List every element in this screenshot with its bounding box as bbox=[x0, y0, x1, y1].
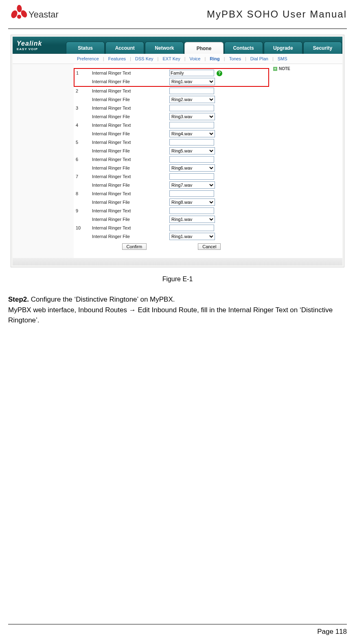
tab-network[interactable]: Network bbox=[145, 42, 184, 54]
subtab-ext-key[interactable]: EXT Key bbox=[159, 56, 183, 61]
ringer-file-select-1[interactable]: Ring1.wav bbox=[169, 78, 215, 85]
subtab-dial-plan[interactable]: Dial Plan bbox=[247, 56, 272, 61]
subtab-ring[interactable]: Ring bbox=[206, 56, 223, 61]
ringer-row-8-file: Internal Ringer FileRing8.wav bbox=[74, 198, 269, 207]
step-label: Step2. bbox=[8, 296, 29, 303]
ringer-text-input-2[interactable] bbox=[169, 88, 214, 94]
confirm-button[interactable]: Confirm bbox=[122, 243, 147, 250]
ringer-text-input-8[interactable] bbox=[169, 190, 214, 197]
label-ringer-file: Internal Ringer File bbox=[90, 77, 168, 86]
subtab-preference[interactable]: Preference bbox=[74, 56, 102, 61]
app-brand-sub: EASY VOIP bbox=[17, 47, 38, 51]
row-number: 2 bbox=[74, 86, 90, 95]
note-box: +NOTE bbox=[273, 66, 342, 71]
step-rest: Configure the ‘Distinctive Ringtone’ on … bbox=[29, 296, 175, 303]
ringer-file-select-9[interactable]: Ring1.wav bbox=[169, 216, 215, 223]
sub-tabs: Preference|Features|DSS Key|EXT Key|Voic… bbox=[13, 54, 342, 64]
label-ringer-text: Internal Ringer Text bbox=[90, 224, 168, 232]
help-icon[interactable]: ? bbox=[217, 71, 222, 76]
tab-phone[interactable]: Phone bbox=[184, 42, 223, 54]
label-ringer-file: Internal Ringer File bbox=[90, 112, 168, 121]
ringer-row-1-text: 1Internal Ringer Text? bbox=[74, 68, 269, 77]
ringer-text-input-6[interactable] bbox=[169, 156, 214, 163]
ringer-row-6-text: 6Internal Ringer Text bbox=[74, 155, 269, 163]
ringer-file-select-5[interactable]: Ring5.wav bbox=[169, 147, 215, 154]
ringer-row-5-file: Internal Ringer FileRing5.wav bbox=[74, 146, 269, 155]
tab-security[interactable]: Security bbox=[303, 42, 342, 54]
ringer-text-input-10[interactable] bbox=[169, 225, 214, 231]
ringer-file-select-7[interactable]: Ring7.wav bbox=[169, 181, 215, 189]
ringer-row-5-text: 5Internal Ringer Text bbox=[74, 138, 269, 146]
app-brand-main: Yealink bbox=[17, 40, 42, 47]
main-tabs: StatusAccountNetworkPhoneContactsUpgrade… bbox=[66, 37, 342, 54]
page-footer: Page 118 bbox=[8, 624, 347, 636]
body-text: Step2. Configure the ‘Distinctive Ringto… bbox=[8, 294, 347, 326]
tab-status[interactable]: Status bbox=[66, 42, 105, 54]
ringer-text-input-5[interactable] bbox=[169, 139, 214, 146]
label-ringer-text: Internal Ringer Text bbox=[90, 190, 168, 198]
ringer-file-select-6[interactable]: Ring6.wav bbox=[169, 164, 215, 172]
label-ringer-file: Internal Ringer File bbox=[90, 95, 168, 104]
ringer-row-4-text: 4Internal Ringer Text bbox=[74, 121, 269, 129]
row-number: 10 bbox=[74, 224, 90, 232]
doc-title: MyPBX SOHO User Manual bbox=[207, 9, 347, 20]
label-ringer-file: Internal Ringer File bbox=[90, 198, 168, 207]
ringer-table: 1Internal Ringer Text?Internal Ringer Fi… bbox=[74, 68, 269, 241]
ringer-file-select-8[interactable]: Ring8.wav bbox=[169, 198, 215, 206]
page-number: Page 118 bbox=[8, 628, 347, 636]
svg-point-0 bbox=[10, 9, 18, 19]
separator: | bbox=[157, 56, 160, 61]
subtab-features[interactable]: Features bbox=[105, 56, 129, 61]
tab-upgrade[interactable]: Upgrade bbox=[264, 42, 302, 54]
ringer-row-10-file: Internal Ringer FileRing1.wav bbox=[74, 232, 269, 241]
ringer-file-select-4[interactable]: Ring4.wav bbox=[169, 130, 215, 137]
brand-logo: Yeastar bbox=[8, 4, 61, 24]
footer-rule bbox=[8, 624, 347, 624]
separator: | bbox=[272, 56, 274, 61]
label-ringer-text: Internal Ringer Text bbox=[90, 138, 168, 146]
tab-account[interactable]: Account bbox=[105, 42, 144, 54]
screenshot-figure: Yealink EASY VOIP StatusAccountNetworkPh… bbox=[11, 35, 344, 267]
label-ringer-file: Internal Ringer File bbox=[90, 163, 168, 172]
ringer-file-select-3[interactable]: Ring3.wav bbox=[169, 113, 215, 120]
ringer-text-input-9[interactable] bbox=[169, 207, 214, 214]
subtab-dss-key[interactable]: DSS Key bbox=[132, 56, 157, 61]
separator: | bbox=[223, 56, 226, 61]
separator: | bbox=[129, 56, 132, 61]
ringer-row-4-file: Internal Ringer FileRing4.wav bbox=[74, 129, 269, 138]
body-line2: MyPBX web interface, Inbound Routes → Ed… bbox=[8, 306, 333, 324]
ringer-row-2-text: 2Internal Ringer Text bbox=[74, 86, 269, 95]
subtab-tones[interactable]: Tones bbox=[226, 56, 244, 61]
cancel-button[interactable]: Cancel bbox=[198, 243, 221, 250]
row-number: 6 bbox=[74, 155, 90, 163]
ringer-row-1-file: Internal Ringer FileRing1.wav bbox=[74, 77, 269, 86]
left-gutter bbox=[13, 64, 74, 258]
page-header: Yeastar MyPBX SOHO User Manual bbox=[8, 4, 347, 27]
ringer-row-2-file: Internal Ringer FileRing2.wav bbox=[74, 95, 269, 104]
ringer-text-input-3[interactable] bbox=[169, 105, 214, 111]
figure-caption: Figure E-1 bbox=[8, 267, 347, 294]
separator: | bbox=[102, 56, 105, 61]
label-ringer-file: Internal Ringer File bbox=[90, 181, 168, 190]
subtab-sms[interactable]: SMS bbox=[274, 56, 291, 61]
separator: | bbox=[184, 56, 186, 61]
ringer-text-input-4[interactable] bbox=[169, 122, 214, 128]
ringer-file-select-2[interactable]: Ring2.wav bbox=[169, 96, 215, 103]
ringer-file-select-10[interactable]: Ring1.wav bbox=[169, 233, 215, 240]
tab-contacts[interactable]: Contacts bbox=[224, 42, 263, 54]
row-number: 1 bbox=[74, 68, 90, 77]
label-ringer-file: Internal Ringer File bbox=[90, 146, 168, 155]
label-ringer-text: Internal Ringer Text bbox=[90, 104, 168, 112]
ringer-row-8-text: 8Internal Ringer Text bbox=[74, 190, 269, 198]
subtab-voice[interactable]: Voice bbox=[186, 56, 204, 61]
label-ringer-file: Internal Ringer File bbox=[90, 232, 168, 241]
svg-point-1 bbox=[17, 5, 22, 13]
ringer-text-input-7[interactable] bbox=[169, 173, 214, 180]
ringer-row-7-text: 7Internal Ringer Text bbox=[74, 172, 269, 181]
plus-icon: + bbox=[273, 67, 277, 71]
ringer-text-input-1[interactable] bbox=[169, 70, 214, 76]
ringer-row-9-text: 9Internal Ringer Text bbox=[74, 207, 269, 215]
row-number: 5 bbox=[74, 138, 90, 146]
ringer-row-9-file: Internal Ringer FileRing1.wav bbox=[74, 215, 269, 224]
label-ringer-text: Internal Ringer Text bbox=[90, 172, 168, 181]
